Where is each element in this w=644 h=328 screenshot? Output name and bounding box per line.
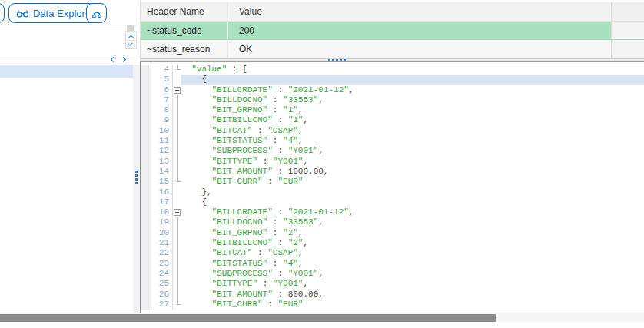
code-text: "BITTYPE" : "Y001", [181, 157, 644, 167]
fold-guide-line [177, 115, 178, 125]
code-token: "BITTYPE" [212, 157, 257, 166]
code-line[interactable]: 12 "SUBPROCESS" : "Y001", [141, 146, 644, 156]
code-text: "BILLCRDATE" : "2021-01-12", [181, 85, 644, 95]
code-line[interactable]: 22 "BITCAT" : "CSAP", [141, 248, 644, 258]
code-token [181, 238, 212, 247]
code-token: "4" [283, 259, 298, 268]
code-line[interactable]: 16 }, [141, 187, 644, 197]
code-line[interactable]: 8 "BIT_GRPNO" : "1", [141, 105, 644, 115]
annotation-gutter-cell [141, 300, 151, 310]
header-value-cell: 200 [228, 22, 611, 39]
header-filler-cell [611, 22, 644, 39]
code-token: : [267, 259, 283, 268]
code-token: }, [181, 187, 212, 197]
code-token: "EUR" [277, 300, 303, 309]
line-number: 21 [151, 238, 173, 248]
fold-guide-line [177, 228, 178, 238]
code-text: "BITSTATUS" : "4", [181, 259, 644, 269]
annotation-gutter-cell [141, 126, 151, 136]
partial-button[interactable] [0, 3, 5, 23]
code-line[interactable]: 10 "BITCAT" : "CSAP", [141, 126, 644, 136]
data-explorer-label: Data Explorer [33, 8, 94, 19]
code-line[interactable]: 20 "BIT_GRPNO" : "2", [141, 228, 644, 238]
code-token: : [263, 177, 278, 186]
code-token [181, 157, 212, 166]
scroll-down-button[interactable] [126, 40, 136, 48]
code-text: "BIT_CURR" : "EUR" [181, 177, 644, 187]
fold-guide-line [177, 248, 178, 258]
code-token: "BIT_GRPNO" [212, 105, 268, 114]
column-header-name: Header Name [141, 2, 228, 21]
code-text: "BITBILLCNO" : "2", [181, 238, 644, 248]
code-line[interactable]: 21 "BITBILLCNO" : "2", [141, 238, 644, 248]
sitemap-button[interactable] [86, 3, 107, 23]
code-line[interactable]: 14 "BIT_AMOUNT" : 1000.00, [141, 167, 644, 177]
code-token: "BIT_GRPNO" [212, 228, 268, 237]
code-token: : [273, 85, 288, 94]
code-line[interactable]: 7 "BILLDOCNO" : "33553", [141, 95, 644, 105]
fold-toggle-icon[interactable] [174, 209, 181, 216]
code-line[interactable]: 6 "BILLCRDATE" : "2021-01-12", [141, 85, 644, 95]
line-number: 27 [151, 300, 173, 310]
mini-scrollbar-thumb[interactable] [127, 25, 134, 31]
code-token: "SUBPROCESS" [212, 269, 273, 278]
code-line[interactable]: 15 "BIT_CURR" : "EUR" [141, 177, 644, 187]
line-number: 12 [151, 146, 173, 156]
pager-controls [111, 51, 125, 65]
annotation-gutter-cell [141, 290, 151, 300]
code-line[interactable]: 26 "BIT_AMOUNT" : 800.00, [141, 290, 644, 300]
scrollbar-thumb[interactable] [0, 314, 496, 322]
line-number: 7 [151, 95, 173, 105]
fold-gutter-cell [173, 167, 181, 177]
code-line[interactable]: 4 "value" : [ [141, 65, 644, 75]
vertical-splitter[interactable] [133, 65, 140, 313]
code-token: : [273, 207, 288, 217]
code-token: "EUR" [277, 177, 303, 186]
code-line[interactable]: 13 "BITTYPE" : "Y001", [141, 157, 644, 167]
annotation-gutter-cell [141, 65, 151, 75]
horizontal-splitter[interactable] [140, 58, 644, 62]
annotation-gutter-cell [141, 167, 151, 177]
header-row[interactable]: ~status_code200 [141, 22, 644, 40]
code-line[interactable]: 23 "BITSTATUS" : "4", [141, 259, 644, 269]
fold-guide-end [177, 177, 181, 182]
fold-gutter-cell [173, 115, 181, 125]
code-token: "BITCAT" [212, 248, 253, 257]
response-headers-table: Header Name Value ~status_code200~status… [140, 0, 644, 58]
code-token: : [273, 115, 288, 124]
header-row[interactable]: ~status_reasonOK [141, 40, 644, 58]
fold-guide-line [177, 238, 178, 248]
code-line[interactable]: 24 "SUBPROCESS" : "Y001", [141, 269, 644, 279]
annotation-gutter-cell [141, 177, 151, 187]
code-token: "1" [283, 105, 298, 114]
code-token: , [303, 157, 308, 166]
code-line[interactable]: 27 "BIT_CURR" : "EUR" [141, 300, 644, 310]
fold-gutter-cell [173, 95, 181, 105]
horizontal-scrollbar[interactable] [0, 313, 644, 322]
line-number: 5 [151, 75, 173, 84]
code-token: , [349, 85, 354, 94]
code-text: "SUBPROCESS" : "Y001", [181, 146, 644, 156]
next-button[interactable] [121, 51, 125, 65]
code-token [181, 177, 212, 186]
fold-toggle-icon[interactable] [174, 87, 181, 94]
code-line[interactable]: 9 "BITBILLCNO" : "1", [141, 115, 644, 125]
code-line[interactable]: 17 { [141, 197, 644, 207]
code-line[interactable]: 5 { [141, 75, 644, 84]
code-line[interactable]: 18 "BILLCRDATE" : "2021-01-12", [141, 207, 644, 217]
code-token: : [267, 136, 283, 145]
scroll-up-button[interactable] [126, 32, 136, 40]
code-line[interactable]: 11 "BITSTATUS" : "4", [141, 136, 644, 146]
fold-gutter-cell [173, 279, 181, 289]
line-number: 24 [151, 269, 173, 279]
fold-gutter-cell [173, 228, 181, 238]
code-token [181, 207, 212, 217]
annotation-gutter-cell [141, 85, 151, 95]
line-number: 20 [151, 228, 173, 238]
code-line[interactable]: 19 "BILLDOCNO" : "33553", [141, 217, 644, 227]
annotation-gutter-cell [141, 95, 151, 105]
code-text: "BIT_GRPNO" : "2", [181, 228, 644, 238]
prev-button[interactable] [111, 51, 115, 65]
code-token: "BITBILLCNO" [212, 238, 273, 247]
code-line[interactable]: 25 "BITTYPE" : "Y001", [141, 279, 644, 289]
